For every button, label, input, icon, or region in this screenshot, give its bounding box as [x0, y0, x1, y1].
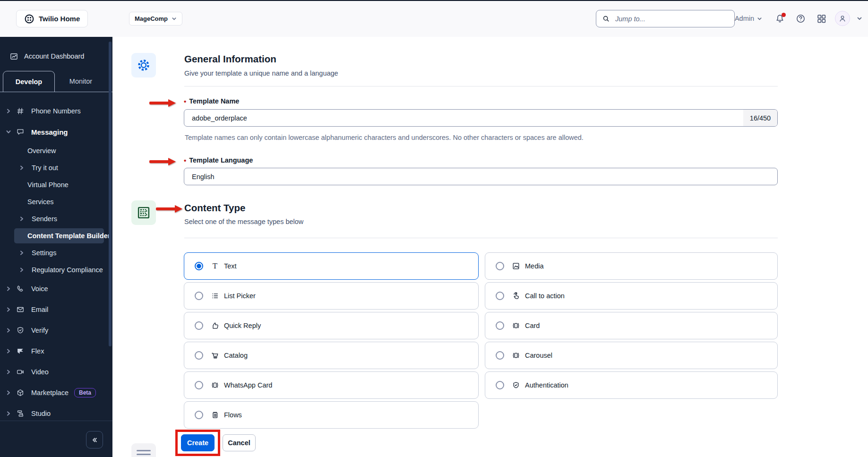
screen-top-edge [0, 0, 868, 1]
chevron-right-icon[interactable] [6, 307, 15, 312]
account-selector[interactable]: MageComp [129, 12, 182, 26]
sidebar-item-label: Account Dashboard [24, 52, 84, 60]
content-type-subtitle: Select one of the message types below [184, 218, 303, 225]
user-menu-chevron[interactable] [857, 16, 862, 21]
tab-develop[interactable]: Develop [3, 71, 55, 92]
radio-list-picker[interactable] [195, 292, 203, 300]
option-label: Call to action [525, 292, 565, 300]
chevron-right-icon[interactable] [6, 390, 15, 396]
notifications-button[interactable] [773, 11, 787, 26]
sidebar-item-settings[interactable]: Settings [0, 244, 112, 261]
sidebar-item-flex[interactable]: Flex [0, 341, 112, 362]
template-name-input-wrap: 16/450 [184, 109, 778, 127]
section-divider [184, 238, 778, 238]
option-label: WhatsApp Card [224, 381, 272, 389]
content-type-option-flows[interactable]: Flows [184, 401, 479, 429]
radio-flows[interactable] [195, 411, 203, 419]
notification-dot [782, 13, 786, 17]
content-type-option-text[interactable]: TText [184, 252, 479, 280]
media-icon [510, 262, 522, 270]
chevron-down-icon[interactable] [6, 129, 15, 135]
sidebar-item-try-it-out[interactable]: Try it out [0, 159, 112, 176]
chevron-right-icon[interactable] [19, 267, 28, 273]
option-label: Catalog [224, 352, 248, 359]
sidebar-item-label: Video [31, 368, 49, 376]
chevron-right-icon[interactable] [19, 165, 28, 171]
option-label: Carousel [525, 352, 552, 359]
cancel-button[interactable]: Cancel [223, 434, 256, 451]
tab-monitor[interactable]: Monitor [55, 71, 107, 92]
collapse-sidebar-button[interactable] [86, 431, 103, 448]
content-type-option-authentication[interactable]: Authentication [485, 371, 778, 399]
sidebar-footer-divider [0, 421, 112, 421]
chevron-right-icon[interactable] [19, 250, 28, 256]
radio-card[interactable] [496, 321, 504, 330]
content-type-option-call-to-action[interactable]: Call to action [485, 282, 778, 310]
hash-icon [16, 107, 27, 115]
sidebar-item-label: Try it out [32, 164, 58, 172]
template-language-input-wrap [184, 168, 778, 185]
sidebar-item-overview[interactable]: Overview [0, 142, 112, 159]
sidebar-item-services[interactable]: Services [0, 193, 112, 210]
radio-catalog[interactable] [195, 351, 203, 360]
content-type-options: TTextMediaList PickerCall to actionQuick… [184, 252, 778, 429]
required-marker: • [184, 157, 186, 164]
admin-menu[interactable]: Admin [735, 15, 762, 22]
content-type-option-list-picker[interactable]: List Picker [184, 282, 479, 310]
sidebar-item-regulatory-compliance[interactable]: Regulatory Compliance [0, 261, 112, 278]
twilio-home-button[interactable]: Twilio Home [16, 10, 88, 27]
sidebar-item-content-template-builder[interactable]: Content Template Builder [0, 227, 112, 244]
content-type-option-media[interactable]: Media [485, 252, 778, 280]
sidebar-nav: Phone NumbersMessagingOverviewTry it out… [0, 101, 112, 424]
radio-whatsapp-card[interactable] [195, 381, 203, 389]
radio-text[interactable] [195, 262, 203, 270]
radio-media[interactable] [496, 262, 504, 270]
sidebar-item-messaging[interactable]: Messaging [0, 121, 112, 142]
sidebar-item-account-dashboard[interactable]: Account Dashboard [0, 49, 112, 63]
template-name-input[interactable] [184, 110, 743, 126]
chevron-right-icon[interactable] [6, 369, 15, 375]
content-type-option-card[interactable]: Card [485, 312, 778, 339]
template-language-input[interactable] [184, 168, 777, 185]
double-chevron-left-icon [91, 436, 98, 444]
sidebar-item-marketplace[interactable]: MarketplaceBeta [0, 382, 112, 403]
sidebar-item-phone-numbers[interactable]: Phone Numbers [0, 101, 112, 121]
sidebar-item-email[interactable]: Email [0, 299, 112, 320]
sidebar-item-label: Voice [31, 285, 48, 293]
sidebar-item-verify[interactable]: Verify [0, 320, 112, 341]
chevron-right-icon[interactable] [6, 348, 15, 354]
chevron-right-icon[interactable] [6, 411, 15, 416]
person-icon [838, 14, 847, 23]
apps-grid-button[interactable] [814, 11, 828, 26]
create-button[interactable]: Create [181, 434, 215, 451]
radio-quick-reply[interactable] [195, 321, 203, 330]
help-button[interactable] [793, 11, 808, 26]
chevron-right-icon[interactable] [19, 216, 28, 222]
chevron-right-icon[interactable] [6, 286, 15, 292]
thumbs-up-icon [209, 321, 221, 330]
sidebar-item-senders[interactable]: Senders [0, 210, 112, 227]
list-picker-icon [209, 292, 221, 300]
chevron-right-icon[interactable] [6, 328, 15, 333]
radio-call-to-action[interactable] [496, 292, 504, 300]
sidebar-item-video[interactable]: Video [0, 362, 112, 382]
content-type-option-catalog[interactable]: Catalog [184, 342, 479, 369]
sidebar-item-voice[interactable]: Voice [0, 278, 112, 299]
option-label: Text [224, 262, 237, 270]
jump-to-search[interactable] [596, 10, 735, 27]
chevron-right-icon[interactable] [6, 108, 15, 114]
template-name-helper: Template names can only contain lowercas… [185, 134, 584, 141]
content-type-option-carousel[interactable]: Carousel [485, 342, 778, 369]
sidebar-item-virtual-phone[interactable]: Virtual Phone [0, 176, 112, 193]
radio-authentication[interactable] [496, 381, 504, 389]
content-type-option-quick-reply[interactable]: Quick Reply [184, 312, 479, 339]
content-type-option-whatsapp-card[interactable]: WhatsApp Card [184, 371, 479, 399]
carousel-icon [510, 351, 522, 360]
radio-carousel[interactable] [496, 351, 504, 360]
top-header: Twilio Home MageComp Admin [0, 0, 868, 37]
search-input[interactable] [615, 10, 734, 27]
sidebar-scrollbar[interactable] [109, 42, 112, 346]
annotation-arrow-template-name [149, 99, 176, 107]
user-avatar-button[interactable] [835, 11, 850, 26]
auth-shield-icon [510, 381, 522, 389]
